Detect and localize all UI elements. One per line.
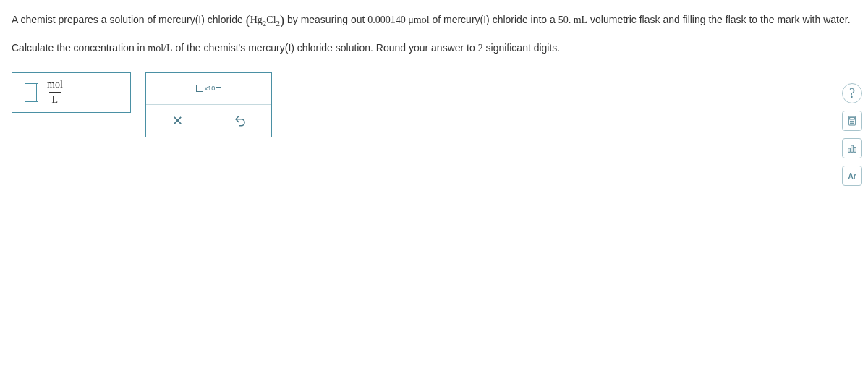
answer-input-box[interactable]: mol L	[12, 72, 131, 113]
tool-row-1: x10	[146, 73, 271, 105]
text: Calculate the concentration in	[12, 42, 148, 54]
hg: Hg	[250, 14, 263, 25]
svg-rect-9	[851, 145, 854, 152]
svg-point-6	[851, 123, 852, 124]
answer-input-slot[interactable]	[27, 83, 37, 102]
unit-denominator: L	[49, 92, 61, 106]
text: of mercury(I) chloride into a	[430, 14, 558, 25]
svg-point-4	[853, 121, 854, 122]
cl: Cl	[266, 14, 276, 25]
svg-point-5	[850, 123, 851, 124]
problem-paragraph-2: Calculate the concentration in mol/L of …	[12, 39, 856, 57]
sci-x10-label: x10	[205, 85, 216, 92]
help-button[interactable]: ?	[842, 83, 862, 103]
unit-numerator: mol	[44, 79, 66, 92]
svg-rect-8	[848, 148, 851, 152]
svg-rect-1	[850, 117, 855, 119]
right-tool-sidebar: ? Ar	[842, 83, 862, 186]
text: A chemist prepares a solution of mercury…	[12, 14, 246, 25]
input-tool-panel: x10 ✕	[145, 72, 272, 137]
svg-point-2	[850, 121, 851, 122]
calculator-button[interactable]	[842, 111, 862, 131]
unit-mol-per-l: mol/L	[148, 43, 172, 54]
text: of the chemist's mercury(I) chloride sol…	[173, 42, 478, 54]
chemical-formula: (Hg2Cl2)	[246, 14, 284, 25]
tool-row-2: ✕	[146, 105, 271, 137]
text: by measuring out	[284, 14, 367, 25]
text: volumetric flask and filling the flask t…	[587, 14, 850, 25]
data-table-button[interactable]	[842, 138, 862, 158]
help-icon: ?	[849, 86, 855, 101]
cross-icon: ✕	[172, 113, 183, 129]
problem-statement: A chemist prepares a solution of mercury…	[12, 9, 856, 58]
text: significant digits.	[483, 42, 561, 54]
clear-button[interactable]: ✕	[146, 105, 209, 137]
sci-exponent-box	[216, 82, 221, 88]
ar-icon: Ar	[848, 172, 856, 180]
sigfig-count: 2	[478, 43, 483, 54]
bars-icon	[846, 143, 858, 154]
sci-mantissa-box	[196, 85, 203, 92]
answer-area: mol L x10 ✕	[12, 72, 856, 137]
scientific-notation-button[interactable]: x10	[146, 73, 271, 104]
periodic-table-button[interactable]: Ar	[842, 166, 862, 186]
undo-button[interactable]	[209, 105, 272, 137]
svg-point-7	[853, 123, 854, 124]
sci-notation-icon: x10	[196, 85, 222, 92]
volume-value: 50. mL	[558, 14, 587, 25]
problem-paragraph-1: A chemist prepares a solution of mercury…	[12, 9, 856, 32]
amount-value: 0.000140 μmol	[367, 14, 429, 25]
svg-point-3	[851, 121, 852, 122]
undo-icon	[234, 114, 247, 127]
calculator-icon	[846, 115, 858, 127]
unit-fraction: mol L	[44, 79, 66, 106]
svg-rect-10	[854, 148, 856, 153]
